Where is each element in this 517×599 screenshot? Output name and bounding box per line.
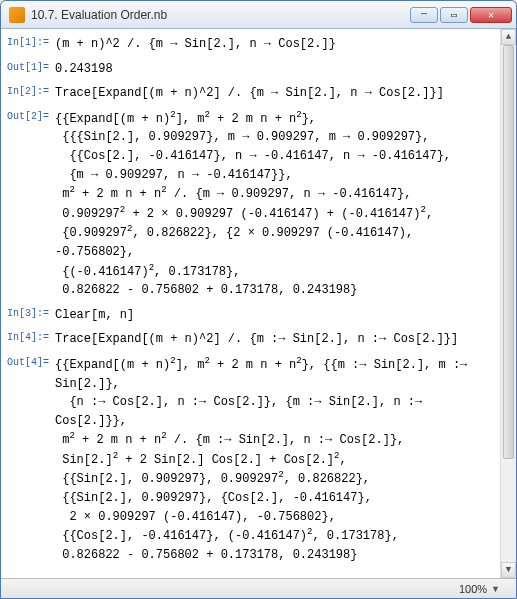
output-cell[interactable]: Out[4]={{Expand[(m + n)2], m2 + 2 m n + …: [7, 355, 482, 565]
close-icon: ✕: [488, 9, 494, 21]
cell-label: In[1]:=: [7, 35, 55, 54]
cell-label: Out[1]=: [7, 60, 55, 79]
cell-label: Out[4]=: [7, 355, 55, 565]
zoom-dropdown-icon[interactable]: ▼: [491, 584, 500, 594]
scroll-track[interactable]: [501, 45, 516, 562]
input-cell[interactable]: In[2]:=Trace[Expand[(m + n)^2] /. {m → S…: [7, 84, 482, 103]
close-button[interactable]: ✕: [470, 7, 512, 23]
cell-content[interactable]: Clear[m, n]: [55, 306, 482, 325]
cell-content[interactable]: Trace[Expand[(m + n)^2] /. {m :→ Sin[2.]…: [55, 330, 482, 349]
window-controls: ─ ▭ ✕: [410, 7, 512, 23]
input-cell[interactable]: In[4]:=Trace[Expand[(m + n)^2] /. {m :→ …: [7, 330, 482, 349]
app-icon: [9, 7, 25, 23]
cell-content[interactable]: (m + n)^2 /. {m → Sin[2.], n → Cos[2.]}: [55, 35, 482, 54]
cell-content[interactable]: {{Expand[(m + n)2], m2 + 2 m n + n2}, {{…: [55, 355, 482, 565]
cell-label: In[2]:=: [7, 84, 55, 103]
cell-label: In[4]:=: [7, 330, 55, 349]
vertical-scrollbar[interactable]: ▲ ▼: [500, 29, 516, 578]
maximize-icon: ▭: [451, 9, 457, 21]
notebook-window: 10.7. Evaluation Order.nb ─ ▭ ✕ In[1]:=(…: [0, 0, 517, 599]
statusbar: 100% ▼: [1, 578, 516, 598]
content-area: In[1]:=(m + n)^2 /. {m → Sin[2.], n → Co…: [1, 29, 516, 578]
cell-content[interactable]: Trace[Expand[(m + n)^2] /. {m → Sin[2.],…: [55, 84, 482, 103]
notebook-body[interactable]: In[1]:=(m + n)^2 /. {m → Sin[2.], n → Co…: [1, 29, 500, 578]
minimize-button[interactable]: ─: [410, 7, 438, 23]
input-cell[interactable]: In[3]:=Clear[m, n]: [7, 306, 482, 325]
output-cell[interactable]: Out[2]={{Expand[(m + n)2], m2 + 2 m n + …: [7, 109, 482, 300]
titlebar[interactable]: 10.7. Evaluation Order.nb ─ ▭ ✕: [1, 1, 516, 29]
window-title: 10.7. Evaluation Order.nb: [31, 8, 410, 22]
maximize-button[interactable]: ▭: [440, 7, 468, 23]
cell-content[interactable]: {{Expand[(m + n)2], m2 + 2 m n + n2}, {{…: [55, 109, 482, 300]
scroll-up-arrow[interactable]: ▲: [501, 29, 516, 45]
cell-content[interactable]: 0.243198: [55, 60, 482, 79]
scroll-thumb[interactable]: [503, 45, 514, 459]
scroll-down-arrow[interactable]: ▼: [501, 562, 516, 578]
cell-label: In[3]:=: [7, 306, 55, 325]
minimize-icon: ─: [421, 9, 427, 20]
output-cell[interactable]: Out[1]=0.243198: [7, 60, 482, 79]
input-cell[interactable]: In[1]:=(m + n)^2 /. {m → Sin[2.], n → Co…: [7, 35, 482, 54]
cell-label: Out[2]=: [7, 109, 55, 300]
zoom-level[interactable]: 100%: [459, 583, 487, 595]
